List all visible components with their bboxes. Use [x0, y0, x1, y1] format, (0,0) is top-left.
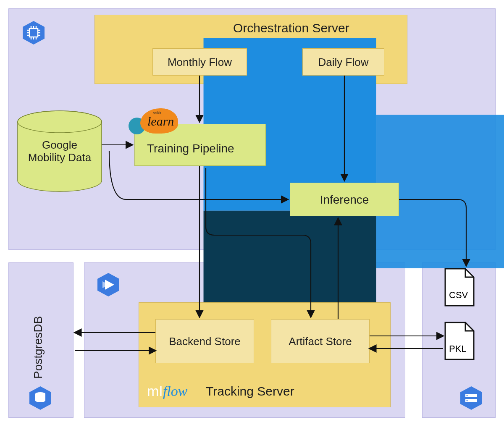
svg-point-23 [35, 392, 45, 396]
inference-box: Inference [290, 183, 399, 216]
svg-marker-20 [105, 280, 114, 290]
google-mobility-label2: Mobility Data [18, 151, 102, 164]
svg-point-27 [467, 395, 468, 396]
training-pipeline-label: Training Pipeline [147, 142, 234, 155]
csv-file-label: CSV [449, 290, 468, 301]
svg-rect-25 [465, 394, 477, 397]
scikit-learn-logo: scikit learn [129, 108, 179, 138]
svg-marker-21 [102, 281, 109, 288]
svg-point-28 [467, 400, 468, 401]
svg-marker-5 [23, 21, 45, 45]
storage-hex-icon [459, 385, 484, 411]
postgres-label: PostgresDB [32, 303, 45, 379]
pkl-file-label: PKL [449, 343, 467, 354]
svg-rect-26 [465, 399, 477, 402]
svg-marker-22 [29, 386, 51, 410]
diagram-canvas: PREFECT Orchestration Server Monthly Flo… [0, 0, 504, 422]
mlflow-logo: mlflow [147, 383, 187, 399]
artifact-store-box: Artifact Store [271, 319, 370, 363]
daily-flow-box: Daily Flow [302, 48, 384, 76]
backend-store-box: Backend Store [155, 319, 254, 363]
tracking-server-title: Tracking Server [206, 384, 294, 398]
run-hex-icon [96, 272, 121, 297]
orchestration-title: Orchestration Server [233, 21, 349, 35]
db-hex-icon [28, 385, 53, 411]
compute-hex-icon [21, 20, 46, 45]
google-mobility-label1: Google [18, 139, 102, 152]
svg-rect-6 [29, 29, 38, 37]
svg-marker-24 [460, 386, 482, 410]
svg-marker-19 [97, 273, 119, 296]
monthly-flow-box: Monthly Flow [152, 48, 247, 76]
